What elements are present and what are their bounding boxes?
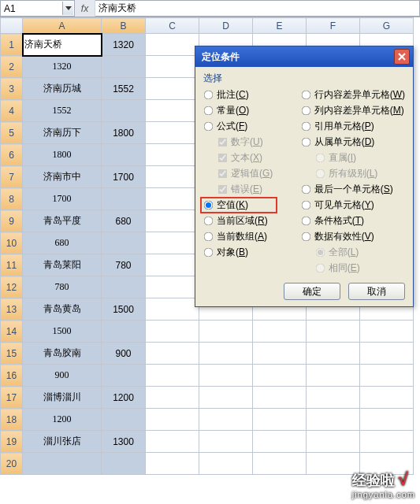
- cell[interactable]: 济南市中: [23, 166, 102, 188]
- close-icon[interactable]: [394, 49, 410, 65]
- cell[interactable]: [307, 321, 360, 343]
- row-header[interactable]: 5: [1, 122, 23, 144]
- radio-input[interactable]: [301, 232, 310, 242]
- option-常量(O)[interactable]: 常量(O): [203, 104, 296, 117]
- cell[interactable]: 1320: [102, 34, 146, 56]
- cell[interactable]: [146, 210, 199, 232]
- cell[interactable]: [360, 343, 414, 365]
- row-header[interactable]: 9: [1, 210, 23, 232]
- row-header[interactable]: 4: [1, 100, 23, 122]
- option-对象(B)[interactable]: 对象(B): [203, 246, 296, 259]
- row-header[interactable]: 12: [1, 276, 23, 298]
- cell[interactable]: 680: [102, 210, 146, 232]
- name-box[interactable]: A1: [0, 0, 75, 17]
- row-header[interactable]: 16: [1, 365, 23, 387]
- row-header[interactable]: 18: [1, 409, 23, 431]
- cell[interactable]: [307, 365, 360, 387]
- cell[interactable]: [146, 122, 199, 144]
- cell[interactable]: [146, 232, 199, 254]
- radio-input[interactable]: [204, 232, 214, 242]
- cell[interactable]: [253, 387, 307, 409]
- cell[interactable]: [360, 431, 414, 453]
- cell[interactable]: [146, 387, 199, 409]
- row-header[interactable]: 20: [1, 453, 23, 475]
- cell[interactable]: 济南历城: [23, 78, 102, 100]
- cell[interactable]: 青岛胶南: [23, 343, 102, 365]
- cell[interactable]: 淄博淄川: [23, 387, 102, 409]
- cell[interactable]: [102, 365, 146, 387]
- col-header-D[interactable]: D: [199, 18, 253, 34]
- col-header-B[interactable]: B: [102, 18, 146, 34]
- cell[interactable]: [146, 188, 199, 210]
- cell[interactable]: 青岛莱阳: [23, 254, 102, 276]
- radio-input[interactable]: [301, 185, 310, 195]
- option-数据有效性(V)[interactable]: 数据有效性(V): [301, 230, 405, 243]
- radio-input[interactable]: [301, 106, 310, 116]
- cell[interactable]: 1300: [102, 431, 146, 453]
- row-header[interactable]: 10: [1, 232, 23, 254]
- cell[interactable]: [307, 387, 360, 409]
- select-all-corner[interactable]: [1, 18, 23, 34]
- cell[interactable]: 1800: [102, 122, 146, 144]
- cell[interactable]: 青岛平度: [23, 210, 102, 232]
- option-空值(K)[interactable]: 空值(K): [203, 198, 296, 212]
- row-header[interactable]: 7: [1, 166, 23, 188]
- cell[interactable]: [102, 409, 146, 431]
- cell[interactable]: [253, 409, 307, 431]
- radio-input[interactable]: [301, 91, 310, 100]
- cell[interactable]: 济南历下: [23, 122, 102, 144]
- radio-input[interactable]: [301, 201, 310, 210]
- formula-input[interactable]: 济南天桥: [95, 0, 420, 17]
- cell[interactable]: 淄川张店: [23, 431, 102, 453]
- cell[interactable]: 青岛黄岛: [23, 298, 102, 321]
- row-header[interactable]: 15: [1, 343, 23, 365]
- option-可见单元格(Y)[interactable]: 可见单元格(Y): [301, 198, 405, 212]
- cell[interactable]: [199, 321, 253, 343]
- ok-button[interactable]: 确定: [284, 283, 340, 300]
- col-header-F[interactable]: F: [307, 18, 360, 34]
- cell[interactable]: [253, 453, 307, 475]
- cell[interactable]: 900: [23, 365, 102, 387]
- cell[interactable]: [307, 409, 360, 431]
- cell[interactable]: 1552: [102, 78, 146, 100]
- cell[interactable]: [199, 431, 253, 453]
- col-header-C[interactable]: C: [146, 18, 199, 34]
- row-header[interactable]: 2: [1, 56, 23, 78]
- dialog-titlebar[interactable]: 定位条件: [195, 46, 413, 67]
- cell[interactable]: [146, 144, 199, 166]
- cell[interactable]: 780: [23, 276, 102, 298]
- cell[interactable]: [146, 431, 199, 453]
- radio-input[interactable]: [204, 91, 214, 100]
- cell[interactable]: [102, 321, 146, 343]
- cell[interactable]: [253, 321, 307, 343]
- cell[interactable]: [146, 276, 199, 298]
- cell[interactable]: [307, 343, 360, 365]
- cell[interactable]: [307, 431, 360, 453]
- radio-input[interactable]: [301, 138, 310, 147]
- cell[interactable]: 1500: [102, 298, 146, 321]
- cell[interactable]: [199, 343, 253, 365]
- row-header[interactable]: 1: [1, 34, 23, 56]
- cell[interactable]: [146, 34, 199, 56]
- cell[interactable]: [146, 453, 199, 475]
- cell[interactable]: [102, 453, 146, 475]
- cell[interactable]: 1800: [23, 144, 102, 166]
- cell[interactable]: 900: [102, 343, 146, 365]
- cell[interactable]: [199, 409, 253, 431]
- cell[interactable]: [102, 232, 146, 254]
- col-header-E[interactable]: E: [253, 18, 307, 34]
- cell[interactable]: [360, 387, 414, 409]
- cell[interactable]: [146, 100, 199, 122]
- option-公式(F)[interactable]: 公式(F): [203, 120, 296, 133]
- row-header[interactable]: 13: [1, 298, 23, 321]
- cell[interactable]: 1700: [102, 166, 146, 188]
- cell[interactable]: [146, 254, 199, 276]
- cell[interactable]: 1320: [23, 56, 102, 78]
- cell[interactable]: [146, 166, 199, 188]
- cell[interactable]: [146, 78, 199, 100]
- row-header[interactable]: 11: [1, 254, 23, 276]
- radio-input[interactable]: [204, 217, 214, 226]
- row-header[interactable]: 17: [1, 387, 23, 409]
- cell[interactable]: [102, 144, 146, 166]
- cell[interactable]: 1200: [102, 387, 146, 409]
